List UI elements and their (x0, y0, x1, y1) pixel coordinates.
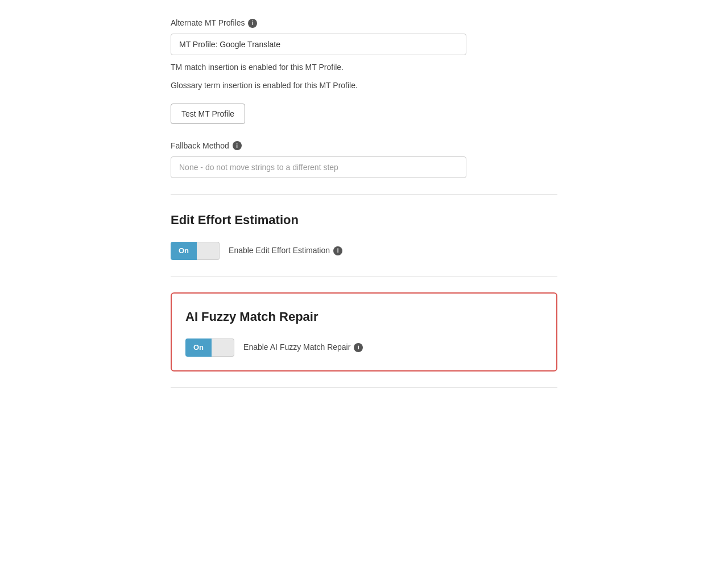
fallback-method-label-text: Fallback Method (171, 140, 229, 152)
edit-effort-toggle-row: On Enable Edit Effort Estimation i (171, 242, 557, 260)
edit-effort-toggle-on[interactable]: On (171, 242, 197, 260)
alternate-mt-profiles-info-icon[interactable]: i (248, 19, 257, 28)
ai-fuzzy-toggle-label: Enable AI Fuzzy Match Repair i (243, 341, 363, 353)
divider-1 (171, 194, 557, 195)
edit-effort-title: Edit Effort Estimation (171, 210, 557, 229)
ai-fuzzy-toggle-on[interactable]: On (185, 338, 212, 357)
alternate-mt-profiles-label-text: Alternate MT Profiles (171, 17, 245, 29)
fallback-method-info-icon[interactable]: i (233, 141, 242, 150)
alternate-mt-profiles-input[interactable] (171, 34, 466, 55)
edit-effort-toggle-label: Enable Edit Effort Estimation i (229, 245, 342, 257)
edit-effort-toggle-description-text: Enable Edit Effort Estimation (229, 245, 330, 257)
fallback-method-section: Fallback Method i (171, 140, 557, 178)
divider-3 (171, 387, 557, 388)
tm-match-info-text: TM match insertion is enabled for this M… (171, 61, 557, 73)
divider-2 (171, 276, 557, 276)
fallback-method-label: Fallback Method i (171, 140, 557, 152)
ai-fuzzy-toggle[interactable]: On (185, 338, 234, 357)
edit-effort-toggle-off-area[interactable] (197, 242, 220, 260)
ai-fuzzy-toggle-row: On Enable AI Fuzzy Match Repair i (185, 338, 543, 357)
alternate-mt-profiles-label: Alternate MT Profiles i (171, 17, 557, 29)
edit-effort-toggle[interactable]: On (171, 242, 220, 260)
alternate-mt-profiles-section: Alternate MT Profiles i TM match inserti… (171, 17, 557, 124)
ai-fuzzy-info-icon[interactable]: i (354, 343, 363, 352)
glossary-info-text: Glossary term insertion is enabled for t… (171, 79, 557, 92)
ai-fuzzy-toggle-off-area[interactable] (212, 338, 234, 357)
edit-effort-section: Edit Effort Estimation On Enable Edit Ef… (171, 210, 557, 260)
test-mt-profile-button[interactable]: Test MT Profile (171, 104, 245, 124)
edit-effort-info-icon[interactable]: i (333, 246, 342, 255)
fallback-method-input[interactable] (171, 156, 466, 178)
ai-fuzzy-title: AI Fuzzy Match Repair (185, 307, 543, 326)
page-container: Alternate MT Profiles i TM match inserti… (142, 0, 586, 427)
ai-fuzzy-toggle-description-text: Enable AI Fuzzy Match Repair (243, 341, 350, 353)
ai-fuzzy-section: AI Fuzzy Match Repair On Enable AI Fuzzy… (171, 292, 557, 371)
